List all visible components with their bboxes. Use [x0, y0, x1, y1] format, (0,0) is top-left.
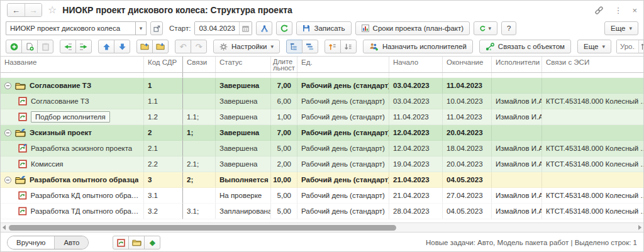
row-end: 10.04.2023 — [443, 94, 492, 109]
refresh-button[interactable] — [276, 21, 292, 35]
window-menu-icon[interactable]: ⋮ — [614, 6, 622, 14]
assign-executors-button[interactable]: Назначить исполнителей — [363, 40, 473, 53]
column-header-duration[interactable]: Длительность — [271, 57, 297, 72]
chevron-down-icon: ▾ — [602, 43, 605, 50]
redo-button[interactable]: ↷ — [191, 40, 207, 53]
column-header-code[interactable]: Код СДР — [144, 57, 183, 72]
table-row[interactable]: Разработка ТД опытного образца 3.2 3.1; … — [1, 204, 643, 219]
table-row[interactable]: Разработка КД опытного образца 3.1 На пр… — [1, 188, 643, 204]
project-select-input[interactable] — [6, 21, 135, 35]
insert-milestone-button[interactable]: ◆ — [144, 236, 160, 249]
column-header-links[interactable]: Связи — [183, 57, 216, 72]
column-header-name[interactable]: Название — [1, 57, 144, 72]
project-structure-table: Название Код СДР Связи Статус Длительнос… — [1, 56, 643, 233]
task-icon — [18, 97, 27, 106]
calendar-icon[interactable] — [239, 22, 252, 35]
link-object-button[interactable]: Связать с объектом — [479, 40, 571, 53]
close-icon[interactable]: × — [632, 6, 637, 14]
row-links — [183, 78, 216, 94]
copy-link-icon[interactable] — [594, 6, 604, 15]
column-header-end[interactable]: Окончание — [443, 57, 492, 72]
insert-task-button[interactable] — [113, 236, 129, 249]
table-row[interactable]: Комиссия 2.2 2.1; Завершена 2,00 Рабочий… — [1, 156, 643, 172]
row-executors — [492, 172, 542, 188]
back-button[interactable]: ← — [8, 4, 25, 16]
table-row[interactable]: Разработка эскизного проекта 2.1 Заверше… — [1, 141, 643, 156]
table-row[interactable]: Эскизный проект 2 1; Завершена 7,00 Рабо… — [1, 125, 643, 141]
collapse-icon[interactable] — [4, 177, 11, 184]
forward-button[interactable]: → — [25, 4, 42, 16]
arrow-right-level-icon — [79, 43, 88, 51]
row-unit: Рабочий день (стандарт) — [297, 204, 389, 219]
link-object-label: Связать с объектом — [498, 43, 565, 50]
move-up-button[interactable] — [98, 40, 114, 53]
settings-button[interactable]: Настройки ▾ — [213, 40, 280, 53]
scrollbar-thumb[interactable] — [9, 225, 396, 231]
task-icon — [18, 112, 27, 121]
view-gantt-button[interactable] — [302, 40, 318, 53]
copy-row-button[interactable] — [21, 40, 38, 53]
table-row-selected[interactable]: Подбор исполнителя 1.2 1.1; Завершена 1,… — [1, 109, 643, 125]
scroll-right-icon[interactable] — [638, 225, 641, 230]
gear-icon — [219, 43, 228, 51]
start-date-input[interactable] — [195, 22, 239, 35]
sort-down-button[interactable] — [340, 40, 357, 53]
insert-group-button[interactable] — [128, 236, 145, 249]
arrow-down-icon — [118, 43, 126, 51]
row-name: Согласование ТЗ — [31, 97, 89, 105]
more-button-top[interactable]: Еще ▾ — [604, 21, 638, 35]
task-icon — [18, 207, 27, 216]
table-row[interactable]: Согласование ТЗ 1 Завершена 7,00 Рабочий… — [1, 78, 643, 94]
collapse-group-button[interactable] — [152, 40, 169, 53]
project-combo: ▾ — [6, 21, 147, 35]
row-unit: Рабочий день (стандарт) — [297, 78, 389, 94]
recalculate-schedule-button[interactable] — [256, 21, 272, 35]
mode-manual-button[interactable]: Вручную — [8, 236, 54, 249]
move-down-button[interactable] — [114, 40, 130, 53]
scroll-left-icon[interactable] — [3, 225, 6, 230]
sort-up-button[interactable] — [325, 40, 341, 53]
level-selector-icon[interactable] — [638, 40, 644, 53]
folder-down-icon — [156, 43, 165, 50]
assign-executors-label: Назначить исполнителей — [382, 43, 467, 50]
paste-row-button[interactable] — [37, 40, 53, 53]
save-button[interactable]: Записать — [296, 21, 351, 35]
help-button[interactable]: ? — [501, 21, 516, 35]
level-input[interactable] — [617, 40, 638, 53]
collapse-icon[interactable] — [4, 82, 11, 89]
row-duration: 1,00 — [271, 109, 297, 125]
open-project-button[interactable] — [150, 21, 163, 35]
table-row[interactable]: Разработка опытного образца 3 2; Выполня… — [1, 172, 643, 188]
indent-button[interactable] — [75, 40, 92, 53]
plan-fact-button[interactable]: Сроки проекта (план-факт) — [355, 21, 470, 35]
column-header-status[interactable]: Статус — [216, 57, 271, 72]
mode-auto-button[interactable]: Авто — [54, 236, 88, 249]
column-header-esi[interactable]: Связи с ЭСИ — [542, 57, 643, 72]
project-dropdown-button[interactable]: ▾ — [135, 21, 147, 35]
row-status: Завершена — [216, 141, 271, 156]
row-start: 28.04.2023 — [389, 204, 443, 219]
outdent-button[interactable] — [60, 40, 76, 53]
column-header-start[interactable]: Начало — [389, 57, 443, 72]
row-status: Завершена — [216, 109, 271, 125]
row-name-current-cell[interactable]: Подбор исполнителя — [31, 111, 110, 123]
row-end: 27.04.2023 — [443, 188, 492, 204]
view-tree-button[interactable] — [286, 40, 303, 53]
more-button-toolbar[interactable]: Еще ▾ — [577, 40, 611, 53]
auto-refresh-button[interactable]: ▾ — [474, 21, 497, 35]
column-header-executors[interactable]: Исполнители — [492, 57, 542, 72]
collapse-icon[interactable] — [4, 129, 11, 136]
favorite-star-icon[interactable]: ☆ — [48, 5, 57, 15]
expand-group-button[interactable] — [136, 40, 153, 53]
add-row-button[interactable] — [6, 40, 22, 53]
column-header-unit[interactable]: Ед. — [297, 57, 389, 72]
row-executors: Измайлов И.А. — [492, 156, 542, 172]
row-esi: КТСТ.453148.000 Колесный ... — [542, 156, 643, 172]
table-row[interactable]: Согласование ТЗ 1.1 Завершена 6,00 Рабоч… — [1, 94, 643, 109]
row-status: Завершена — [216, 156, 271, 172]
horizontal-scrollbar[interactable] — [1, 222, 643, 232]
row-links — [183, 141, 216, 156]
row-duration: 7,00 — [271, 78, 297, 94]
undo-button[interactable]: ↶ — [175, 40, 191, 53]
row-links: 2.1; — [183, 156, 216, 172]
